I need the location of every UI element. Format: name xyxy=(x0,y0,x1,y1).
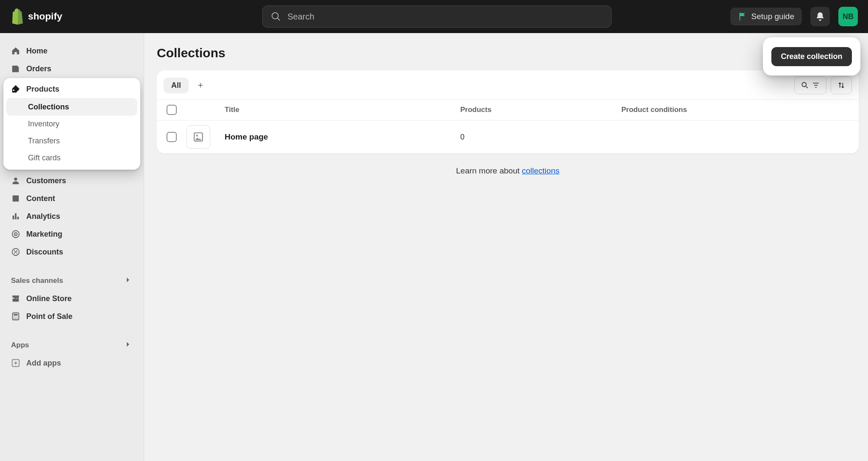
shopify-bag-icon xyxy=(10,8,25,25)
sidebar-item-products[interactable]: Products xyxy=(5,81,139,98)
row-checkbox[interactable] xyxy=(157,132,186,142)
create-collection-button[interactable]: Create collection xyxy=(771,47,851,66)
sidebar-item-label: Gift cards xyxy=(28,154,61,162)
plus-box-icon xyxy=(11,358,20,368)
chevron-right-icon xyxy=(123,275,133,287)
sidebar-item-collections[interactable]: Collections xyxy=(7,98,137,115)
tab-all[interactable]: All xyxy=(164,78,189,93)
sort-icon xyxy=(837,81,846,89)
table-row[interactable]: Home page 0 xyxy=(157,120,859,154)
pos-icon xyxy=(11,312,20,321)
apps-header[interactable]: Apps xyxy=(5,337,139,354)
sidebar-item-customers[interactable]: Customers xyxy=(5,172,139,189)
sidebar-item-label: Discounts xyxy=(26,248,63,257)
row-title-link[interactable]: Home page xyxy=(225,132,268,141)
notifications-button[interactable] xyxy=(810,7,830,26)
column-header-title[interactable]: Title xyxy=(225,106,460,114)
sidebar-products-subnav: Collections Inventory Transfers Gift car… xyxy=(5,98,139,166)
image-icon xyxy=(11,194,20,203)
global-search-placeholder: Search xyxy=(287,12,314,22)
page-header: Collections xyxy=(157,46,859,60)
page-title: Collections xyxy=(157,46,225,60)
search-filter-button[interactable] xyxy=(794,76,826,94)
sidebar: Home Orders Products Collections Invento… xyxy=(0,33,144,461)
setup-guide-button[interactable]: Setup guide xyxy=(730,8,802,25)
footer-help-link[interactable]: collections xyxy=(522,166,559,175)
sidebar-item-point-of-sale[interactable]: Point of Sale xyxy=(5,308,139,325)
add-tab-button[interactable] xyxy=(193,78,208,93)
avatar[interactable]: NB xyxy=(838,7,858,26)
search-icon xyxy=(801,81,809,89)
row-title-cell: Home page xyxy=(225,132,460,142)
select-all-checkbox[interactable] xyxy=(157,105,186,115)
sidebar-item-gift-cards[interactable]: Gift cards xyxy=(7,149,137,166)
sidebar-item-label: Transfers xyxy=(28,137,60,145)
sidebar-item-analytics[interactable]: Analytics xyxy=(5,208,139,225)
sidebar-item-label: Point of Sale xyxy=(26,312,72,321)
avatar-initials: NB xyxy=(843,12,854,21)
plus-icon xyxy=(197,81,204,89)
collections-card: All Title Products Product co xyxy=(157,70,859,154)
svg-point-13 xyxy=(15,319,16,319)
filter-icon xyxy=(812,81,820,89)
sidebar-item-label: Inventory xyxy=(28,120,59,129)
add-apps-label: Add apps xyxy=(26,359,61,368)
svg-point-14 xyxy=(17,319,18,319)
image-placeholder-icon xyxy=(193,131,204,142)
orders-icon xyxy=(11,64,20,73)
column-header-conditions[interactable]: Product conditions xyxy=(621,106,859,114)
store-icon xyxy=(11,294,20,303)
column-header-products[interactable]: Products xyxy=(460,106,621,114)
svg-text:shopify: shopify xyxy=(28,11,62,22)
footer-help-prefix: Learn more about xyxy=(456,166,522,175)
sales-channels-label: Sales channels xyxy=(11,277,63,285)
topbar-right: Setup guide NB xyxy=(730,7,868,26)
bell-icon xyxy=(815,11,825,22)
svg-point-18 xyxy=(196,135,198,137)
svg-point-12 xyxy=(14,319,14,319)
sidebar-item-content[interactable]: Content xyxy=(5,190,139,207)
sort-button[interactable] xyxy=(831,76,852,94)
global-search[interactable]: Search xyxy=(262,6,612,28)
analytics-icon xyxy=(11,212,20,221)
sidebar-item-orders[interactable]: Orders xyxy=(5,60,139,77)
search-icon xyxy=(271,12,281,21)
setup-guide-label: Setup guide xyxy=(751,12,794,21)
sidebar-item-label: Orders xyxy=(26,64,51,73)
svg-point-5 xyxy=(14,250,15,251)
main-content: Collections All xyxy=(144,33,868,461)
create-collection-callout: Create collection xyxy=(763,37,860,75)
apps-label: Apps xyxy=(11,341,29,349)
sidebar-item-transfers[interactable]: Transfers xyxy=(7,132,137,149)
tab-all-label: All xyxy=(171,81,181,89)
chevron-right-icon xyxy=(123,340,133,351)
person-icon xyxy=(11,176,20,185)
sidebar-item-online-store[interactable]: Online Store xyxy=(5,290,139,307)
svg-point-6 xyxy=(16,252,17,254)
sidebar-item-marketing[interactable]: Marketing xyxy=(5,226,139,243)
sidebar-item-label: Customers xyxy=(26,176,66,185)
sidebar-item-label: Online Store xyxy=(26,294,72,303)
sidebar-item-label: Products xyxy=(26,85,59,94)
svg-point-10 xyxy=(15,317,16,318)
topbar: shopify Search Setup guide NB xyxy=(0,0,868,33)
sidebar-products-popover: Products Collections Inventory Transfers… xyxy=(3,78,140,170)
create-collection-label: Create collection xyxy=(781,52,842,61)
footer-help-text: Learn more about collections xyxy=(157,166,859,176)
sidebar-item-inventory[interactable]: Inventory xyxy=(7,115,137,132)
shopify-wordmark-icon: shopify xyxy=(28,11,80,22)
target-icon xyxy=(11,229,20,239)
shopify-logo[interactable]: shopify xyxy=(0,8,144,25)
sidebar-item-discounts[interactable]: Discounts xyxy=(5,243,139,260)
home-icon xyxy=(11,46,20,56)
svg-rect-8 xyxy=(14,314,17,316)
tag-icon xyxy=(11,84,20,94)
row-thumbnail xyxy=(186,125,225,149)
svg-point-11 xyxy=(17,317,18,318)
sales-channels-header[interactable]: Sales channels xyxy=(5,272,139,289)
add-apps-button[interactable]: Add apps xyxy=(5,355,139,372)
sidebar-item-label: Analytics xyxy=(26,212,60,221)
row-products-cell: 0 xyxy=(460,133,621,142)
svg-point-16 xyxy=(802,82,806,87)
sidebar-item-home[interactable]: Home xyxy=(5,42,139,59)
